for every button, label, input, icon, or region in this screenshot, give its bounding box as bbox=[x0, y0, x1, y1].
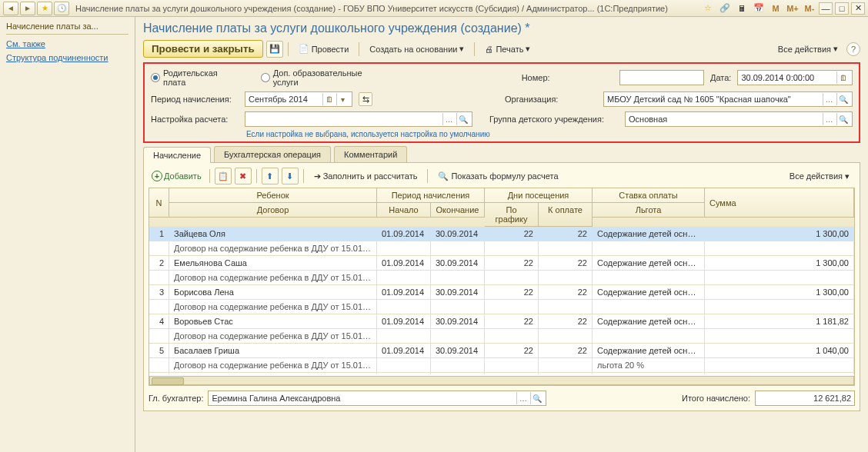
col-child[interactable]: Ребенок bbox=[169, 188, 377, 203]
table-row-sub[interactable]: Договор на содержание ребенка в ДДУ от 1… bbox=[149, 300, 854, 314]
col-rate[interactable]: Ставка оплаты bbox=[593, 188, 705, 203]
side-pane-header: Начисление платы за... bbox=[6, 22, 129, 35]
favorite-icon[interactable]: ★ bbox=[37, 2, 52, 15]
number-input[interactable] bbox=[619, 70, 704, 85]
ellipsis-icon[interactable]: … bbox=[442, 113, 455, 125]
history-icon[interactable]: 🕓 bbox=[54, 2, 69, 15]
link-icon[interactable]: 🔗 bbox=[718, 2, 732, 15]
search-icon[interactable]: 🔍 bbox=[530, 392, 542, 404]
post-button[interactable]: 📄Провести bbox=[293, 41, 355, 57]
table-row[interactable]: 5Басалаев Гриша01.09.201430.09.20142222С… bbox=[149, 344, 854, 358]
help-icon[interactable]: ? bbox=[846, 42, 860, 56]
delete-icon[interactable]: ✖ bbox=[235, 168, 252, 184]
save-icon[interactable]: 💾 bbox=[266, 41, 283, 58]
table-row[interactable]: 4Воровьев Стас01.09.201430.09.20142222Со… bbox=[149, 314, 854, 329]
all-actions-button[interactable]: Все действия▾ bbox=[773, 41, 843, 57]
horizontal-scrollbar[interactable] bbox=[149, 376, 854, 385]
post-and-close-button[interactable]: Провести и закрыть bbox=[143, 40, 263, 58]
date-input[interactable]: 30.09.2014 0:00:00🗓 bbox=[737, 70, 853, 85]
number-label: Номер: bbox=[522, 73, 614, 82]
m-minus-button[interactable]: M- bbox=[803, 2, 816, 15]
table-row[interactable]: 3Борисова Лена01.09.201430.09.20142222Со… bbox=[149, 285, 854, 300]
col-start[interactable]: Начало bbox=[377, 203, 431, 218]
accountant-input[interactable]: Еремина Галина Александровна…🔍 bbox=[208, 391, 546, 406]
move-up-icon[interactable]: ⬆ bbox=[262, 168, 279, 184]
fill-button[interactable]: ➔Заполнить и рассчитать bbox=[309, 168, 423, 184]
col-sum[interactable]: Сумма bbox=[705, 188, 854, 218]
radio-parent-fee[interactable]: Родительская плата bbox=[151, 68, 242, 87]
radio-extra-services[interactable]: Доп. образовательные услуги bbox=[261, 68, 389, 87]
tab-strip: Начисление Бухгалтерская операция Коммен… bbox=[143, 146, 860, 163]
col-benefit[interactable]: Льгота bbox=[593, 203, 705, 218]
create-on-basis-button[interactable]: Создать на основании▾ bbox=[364, 41, 469, 57]
group-label: Группа детского учреждения: bbox=[489, 115, 619, 124]
chevron-down-icon: ▾ bbox=[526, 44, 530, 54]
arrow-right-icon: ➔ bbox=[314, 171, 321, 181]
print-button[interactable]: 🖨Печать▾ bbox=[479, 41, 536, 57]
side-link-see-also[interactable]: См. также bbox=[6, 39, 129, 48]
back-button[interactable]: ◄ bbox=[3, 2, 18, 15]
close-button[interactable]: ✕ bbox=[851, 2, 865, 15]
move-down-icon[interactable]: ⬇ bbox=[282, 168, 299, 184]
m-button[interactable]: M bbox=[769, 2, 783, 15]
table-row-sub[interactable]: Договор на содержание ребенка в ДДУ от 1… bbox=[149, 241, 854, 256]
period-step-button[interactable]: ⇆ bbox=[359, 92, 372, 106]
add-button[interactable]: +Добавить bbox=[149, 169, 205, 183]
search-icon: 🔍 bbox=[438, 171, 449, 181]
accountant-label: Гл. бухгалтер: bbox=[149, 394, 203, 403]
setting-input[interactable]: …🔍 bbox=[245, 111, 472, 127]
table-row-sub[interactable]: Договор на содержание ребенка в ДДУ от 1… bbox=[149, 358, 854, 373]
search-icon[interactable]: 🔍 bbox=[836, 113, 849, 125]
ellipsis-icon[interactable]: … bbox=[823, 93, 835, 105]
chevron-down-icon: ▾ bbox=[459, 44, 464, 54]
accrual-panel: +Добавить 📋 ✖ ⬆ ⬇ ➔Заполнить и рассчитат… bbox=[143, 163, 860, 411]
col-end[interactable]: Окончание bbox=[431, 203, 485, 218]
page-title: Начисление платы за услуги дошкольного у… bbox=[143, 22, 860, 35]
chevron-down-icon[interactable]: ▾ bbox=[336, 93, 349, 105]
ellipsis-icon[interactable]: … bbox=[823, 113, 835, 125]
tab-accounting[interactable]: Бухгалтерская операция bbox=[214, 146, 331, 162]
ellipsis-icon[interactable]: … bbox=[516, 392, 529, 404]
table-row-sub[interactable]: Договор на содержание ребенка в ДДУ от 1… bbox=[149, 271, 854, 285]
date-label: Дата: bbox=[710, 73, 731, 82]
minimize-button[interactable]: — bbox=[819, 2, 833, 15]
printer-icon: 🖨 bbox=[485, 45, 493, 54]
maximize-button[interactable]: □ bbox=[835, 2, 849, 15]
setting-label: Настройка расчета: bbox=[151, 115, 239, 124]
col-pay[interactable]: К оплате bbox=[539, 203, 593, 227]
col-group-days: Дни посещения bbox=[485, 188, 593, 203]
tab-accrual[interactable]: Начисление bbox=[143, 147, 211, 163]
calc-icon[interactable]: 🖩 bbox=[735, 2, 749, 15]
command-bar: Провести и закрыть 💾 📄Провести Создать н… bbox=[143, 40, 860, 58]
search-icon[interactable]: 🔍 bbox=[836, 93, 849, 105]
window-title: Начисление платы за услуги дошкольного у… bbox=[75, 4, 668, 13]
calendar-picker-icon[interactable]: 🗓 bbox=[836, 71, 849, 84]
search-icon[interactable]: 🔍 bbox=[456, 113, 469, 125]
calendar-icon[interactable]: 📅 bbox=[752, 2, 766, 15]
period-input[interactable]: Сентябрь 2014🗓▾ bbox=[245, 91, 352, 107]
chevron-down-icon: ▾ bbox=[845, 171, 850, 181]
side-link-structure[interactable]: Структура подчиненности bbox=[6, 53, 129, 62]
org-label: Организация: bbox=[505, 95, 597, 104]
total-label: Итого начислено: bbox=[682, 394, 750, 403]
calendar-picker-icon[interactable]: 🗓 bbox=[322, 93, 335, 105]
org-input[interactable]: МБОУ Детский сад № 1605 "Красная шапочка… bbox=[603, 91, 853, 107]
title-bar: ◄ ► ★ 🕓 Начисление платы за услуги дошко… bbox=[0, 0, 868, 17]
table-row[interactable]: 6Петечкин Вася01.09.201430.09.20142222Со… bbox=[149, 373, 854, 374]
table-row[interactable]: 2Емельянова Саша01.09.201430.09.20142222… bbox=[149, 256, 854, 271]
tab-comment[interactable]: Комментарий bbox=[334, 146, 407, 162]
total-output: 12 621,82 bbox=[755, 391, 855, 406]
table-row-sub[interactable]: Договор на содержание ребенка в ДДУ от 1… bbox=[149, 329, 854, 344]
star-icon[interactable]: ☆ bbox=[701, 2, 715, 15]
col-contract[interactable]: Договор bbox=[169, 203, 377, 218]
forward-button[interactable]: ► bbox=[20, 2, 35, 15]
col-sched[interactable]: По графику bbox=[485, 203, 539, 227]
copy-icon[interactable]: 📋 bbox=[215, 168, 232, 184]
col-n[interactable]: N bbox=[149, 188, 169, 218]
group-input[interactable]: Основная…🔍 bbox=[625, 111, 853, 127]
grid-all-actions-button[interactable]: Все действия▾ bbox=[784, 168, 855, 184]
m-plus-button[interactable]: M+ bbox=[786, 2, 800, 15]
show-formula-button[interactable]: 🔍Показать формулу расчета bbox=[432, 168, 563, 184]
chevron-down-icon: ▾ bbox=[833, 44, 838, 54]
table-row[interactable]: 1Зайцева Оля01.09.201430.09.20142222Соде… bbox=[149, 227, 854, 241]
